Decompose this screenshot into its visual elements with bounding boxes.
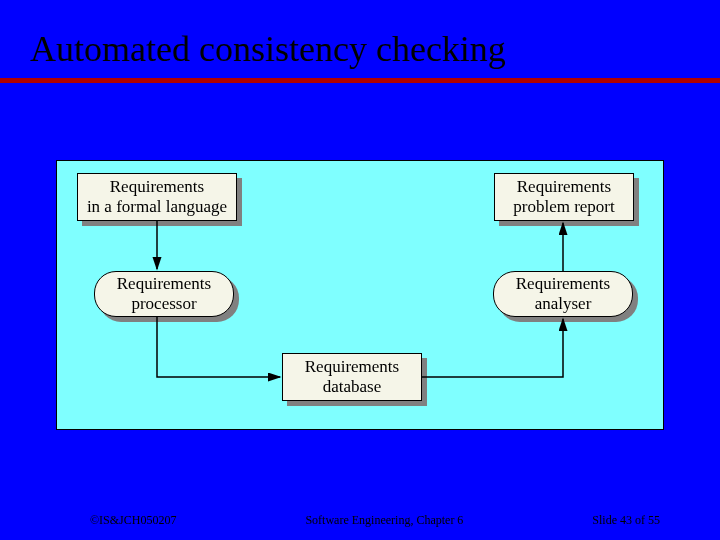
node-label-line: problem report <box>513 197 615 217</box>
node-req-report: Requirements problem report <box>494 173 634 221</box>
node-label-line: Requirements <box>305 357 399 377</box>
node-label-line: processor <box>131 294 196 314</box>
node-label-line: in a formal language <box>87 197 227 217</box>
title-area: Automated consistency checking <box>0 0 720 83</box>
node-label-line: analyser <box>535 294 592 314</box>
node-req-analyser: Requirements analyser <box>493 271 633 317</box>
node-req-database: Requirements database <box>282 353 422 401</box>
node-label-line: Requirements <box>517 177 611 197</box>
node-label-line: Requirements <box>117 274 211 294</box>
node-label-line: Requirements <box>110 177 204 197</box>
node-label-line: database <box>323 377 382 397</box>
node-req-processor: Requirements processor <box>94 271 234 317</box>
slide-title: Automated consistency checking <box>30 28 690 70</box>
footer-center: Software Engineering, Chapter 6 <box>305 513 463 528</box>
diagram-canvas: Requirements in a formal language Requir… <box>56 160 664 430</box>
node-req-formal: Requirements in a formal language <box>77 173 237 221</box>
footer-page: Slide 43 of 55 <box>592 513 660 528</box>
slide-footer: ©IS&JCH050207 Software Engineering, Chap… <box>0 513 720 528</box>
node-label-line: Requirements <box>516 274 610 294</box>
footer-copyright: ©IS&JCH050207 <box>90 513 176 528</box>
